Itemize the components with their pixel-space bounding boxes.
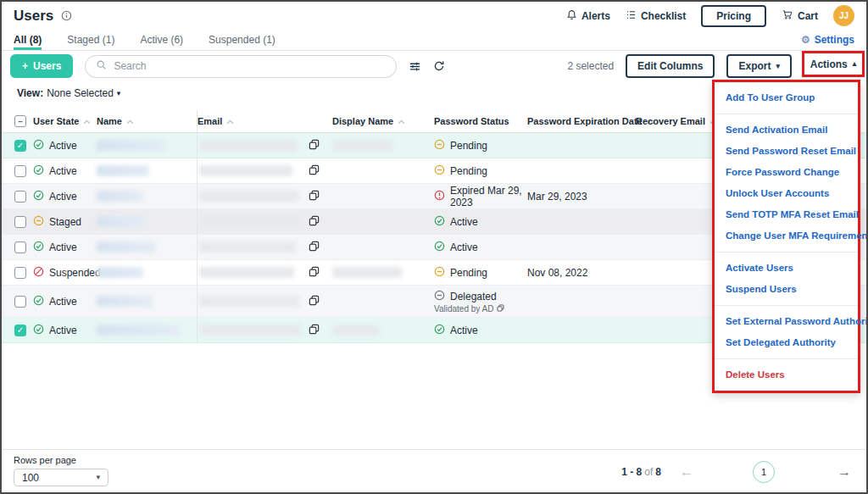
copy-icon[interactable] <box>309 324 320 337</box>
password-status-label: Active <box>450 325 478 336</box>
column-label: User State <box>33 116 79 126</box>
copy-icon[interactable] <box>309 215 320 229</box>
row-checkbox[interactable]: ✓ <box>14 325 26 336</box>
filter-sliders-icon[interactable] <box>409 60 421 73</box>
menu-item-delete-users[interactable]: Delete Users <box>715 364 858 386</box>
user-state-label: Active <box>49 241 77 253</box>
row-checkbox[interactable] <box>14 267 26 279</box>
select-all-checkbox[interactable]: – <box>14 115 26 127</box>
sort-caret-icon[interactable] <box>83 116 91 126</box>
menu-item-set-external-password-authority[interactable]: Set External Password Authority <box>715 311 858 332</box>
redacted-email <box>199 165 292 176</box>
menu-item-set-delegated-authority[interactable]: Set Delegated Authority <box>715 332 858 353</box>
menu-item-suspend-users[interactable]: Suspend Users <box>715 279 858 300</box>
sort-caret-icon[interactable] <box>126 116 134 126</box>
next-page-arrow-icon[interactable]: → <box>837 465 851 479</box>
tab-all[interactable]: All (8) <box>14 30 42 50</box>
add-users-button[interactable]: + Users <box>10 54 73 78</box>
settings-link[interactable]: ⚙ Settings <box>801 30 854 50</box>
column-header-name[interactable]: Name <box>97 116 197 126</box>
column-header-state[interactable]: User State <box>31 116 97 126</box>
row-checkbox[interactable] <box>14 165 26 177</box>
password-status-icon <box>434 215 445 229</box>
redacted-email <box>199 191 299 202</box>
user-state-label: Active <box>49 325 77 336</box>
export-button[interactable]: Export ▾ <box>726 54 792 78</box>
actions-button[interactable]: Actions ▴ <box>802 51 865 77</box>
password-status-icon <box>434 190 445 203</box>
row-checkbox[interactable] <box>14 216 26 228</box>
cart-button[interactable]: Cart <box>782 9 818 23</box>
prev-page-arrow-icon[interactable]: ← <box>680 465 693 479</box>
row-checkbox[interactable] <box>14 296 26 308</box>
copy-icon[interactable] <box>309 139 320 153</box>
sort-caret-icon[interactable] <box>226 116 234 126</box>
rows-per-page-label: Rows per page <box>14 455 76 465</box>
menu-item-force-password-change[interactable]: Force Password Change <box>715 162 858 183</box>
tab-active[interactable]: Active (6) <box>140 30 183 50</box>
copy-icon[interactable] <box>309 164 320 178</box>
bell-icon <box>566 9 577 23</box>
pricing-button[interactable]: Pricing <box>701 5 766 27</box>
name-cell <box>97 165 197 176</box>
user-state-label: Active <box>49 140 77 152</box>
search-box <box>85 55 397 78</box>
redacted-name <box>97 216 146 227</box>
password-status-icon <box>434 139 445 153</box>
row-checkbox[interactable] <box>14 191 26 203</box>
password-status-label: Delegated <box>450 291 497 303</box>
avatar[interactable]: JJ <box>833 5 854 26</box>
alerts-button[interactable]: Alerts <box>566 9 610 23</box>
redacted-name <box>97 267 143 278</box>
user-state-label: Suspended <box>49 267 101 279</box>
row-checkbox[interactable]: ✓ <box>14 140 26 152</box>
column-header-exp[interactable]: Password Expiration Date <box>527 116 636 126</box>
menu-item-send-activation-email[interactable]: Send Activation Email <box>715 119 858 141</box>
tab-staged[interactable]: Staged (1) <box>67 30 114 50</box>
password-status-cell: Active <box>434 324 527 337</box>
menu-item-change-user-mfa-requirement[interactable]: Change User MFA Requirement <box>715 225 858 247</box>
column-label: Password Expiration Date <box>527 116 643 126</box>
email-cell <box>197 184 309 208</box>
password-status-label: Active <box>450 216 478 228</box>
view-selector[interactable]: View: None Selected ▾ <box>17 87 120 99</box>
copy-icon[interactable] <box>309 241 320 254</box>
plus-icon: + <box>22 60 28 72</box>
user-state-icon <box>33 324 44 337</box>
redacted-name <box>97 191 143 202</box>
copy-email-cell <box>309 295 332 308</box>
display-name-cell <box>332 325 434 336</box>
menu-item-activate-users[interactable]: Activate Users <box>715 258 858 279</box>
password-status-label: Pending <box>450 140 487 152</box>
menu-item-send-password-reset-email[interactable]: Send Password Reset Email <box>715 141 858 162</box>
copy-email-cell <box>309 164 332 178</box>
column-header-pw[interactable]: Password Status <box>434 116 527 126</box>
copy-icon[interactable] <box>497 304 504 314</box>
menu-item-unlock-user-accounts[interactable]: Unlock User Accounts <box>715 183 858 204</box>
current-page-button[interactable]: 1 <box>753 461 775 483</box>
menu-item-send-totp-mfa-reset-email[interactable]: Send TOTP MFA Reset Email <box>715 204 858 225</box>
rows-per-page-select[interactable]: 100 ▾ <box>14 469 108 486</box>
copy-icon[interactable] <box>309 190 320 203</box>
checklist-button[interactable]: Checklist <box>626 9 686 23</box>
edit-columns-button[interactable]: Edit Columns <box>626 54 715 78</box>
row-checkbox[interactable] <box>14 241 26 253</box>
user-state-cell: Active <box>31 164 97 178</box>
selected-count: 2 selected <box>567 60 614 72</box>
password-status-line: Delegated <box>434 290 497 303</box>
column-label: Password Status <box>434 116 509 126</box>
password-status-label: Active <box>450 241 478 253</box>
column-header-email[interactable]: Email <box>197 110 309 132</box>
info-icon[interactable] <box>61 10 72 21</box>
tab-suspended[interactable]: Suspended (1) <box>209 30 275 50</box>
column-header-display[interactable]: Display Name <box>332 116 434 126</box>
menu-group: Activate UsersSuspend Users <box>715 252 858 305</box>
menu-group: Set External Password AuthoritySet Deleg… <box>715 305 858 358</box>
copy-icon[interactable] <box>309 266 320 280</box>
menu-item-add-to-user-group[interactable]: Add To User Group <box>715 87 858 108</box>
sort-caret-icon[interactable] <box>398 116 405 126</box>
row-checkbox-cell: ✓ <box>2 325 31 336</box>
refresh-icon[interactable] <box>433 60 445 72</box>
search-input[interactable] <box>114 60 386 72</box>
copy-icon[interactable] <box>309 295 320 308</box>
